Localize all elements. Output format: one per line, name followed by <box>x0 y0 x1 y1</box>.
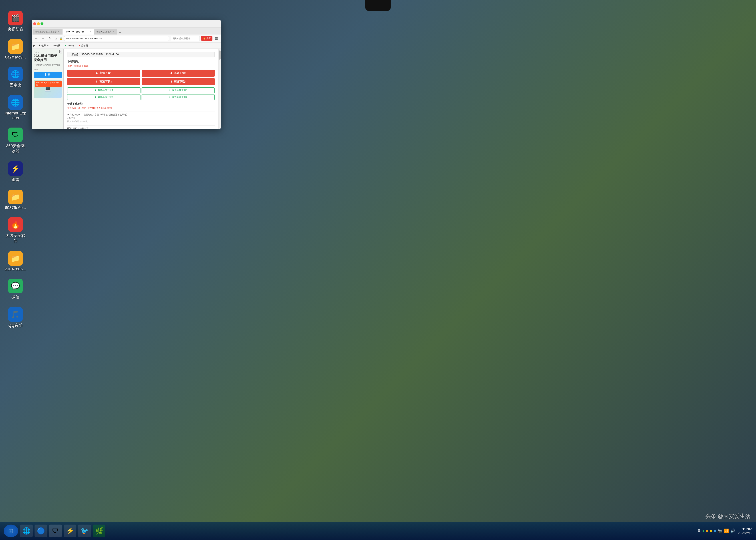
page-header: 【扫描】USB\VID_04B8&PID_1120&MI_00 <box>67 52 215 58</box>
desktop-icon-wechat[interactable]: 💬 微信 <box>4 279 27 300</box>
tray-monitor: 🖥 <box>697 529 701 533</box>
clock-date: 2022/2/13 <box>738 531 752 535</box>
driver-section: 驱动 就可以这样打印 <box>67 125 215 129</box>
fast-download-label: 优先下载高速下载器 <box>67 65 215 68</box>
small-dl-icon-3: ⬇ <box>94 96 96 99</box>
ad-tag: VPN <box>34 68 62 70</box>
desktop-icon-national[interactable]: 🌐 固定比 <box>4 67 27 88</box>
desktop-icon-fire[interactable]: 🔥 火绒安全软件 <box>4 217 27 244</box>
driver-desc: 就可以这样打印 <box>73 127 89 129</box>
page-content: 【扫描】USB\VID_04B8&PID_1120&MI_00 下载地址： 优先… <box>64 49 218 129</box>
small-dl-btn-4[interactable]: ⬇ 联通高速下载2 <box>142 94 215 100</box>
operator-link[interactable]: 普通高速下载 - WIN10/WIN10旁边 [可以-桂材] <box>67 107 215 110</box>
desktop-icon-qq[interactable]: 🎵 QQ音乐 <box>4 307 27 328</box>
desktop-icon-folder3[interactable]: 📁 21047805... <box>4 251 27 271</box>
desktop-icon-media[interactable]: 🎬 央视影音 <box>4 11 27 32</box>
media-icon: 🎬 <box>8 11 23 26</box>
desktop-icon-folder2[interactable]: 📁 60376e6e... <box>4 190 27 210</box>
folder2-icon: 📁 <box>8 190 23 204</box>
tray-cam: 📷 <box>718 529 722 533</box>
desktop-icon-folder1[interactable]: 📁 0a7ff4ac9... <box>4 39 27 60</box>
ie-icon: 🌐 <box>8 95 23 110</box>
desktop-icon-ie[interactable]: 🌐 Internet Explorer <box>4 95 27 120</box>
title-bar <box>32 20 221 28</box>
bookmark-favorites[interactable]: ★ 收藏 ▼ <box>37 44 51 48</box>
address-bar: ← → ↻ ⌂ 🔒 🔥 热度 ☰ <box>32 35 221 43</box>
download-icon-3: ⬇ <box>95 80 98 83</box>
tab-2-label: Epson L383 驱动下载 - 驱动天... <box>65 30 88 33</box>
tab-1-label: 爱咋生活论坛_百度搜索 <box>36 30 57 33</box>
tab-2-close[interactable]: ✕ <box>89 30 91 33</box>
tray-blue: ■ <box>714 529 716 533</box>
maximize-button[interactable] <box>41 22 44 25</box>
desktop-icon-xunlei[interactable]: ⚡ 迅雷 <box>4 161 27 183</box>
comment-sub: 回复发表评论 (4/100字) <box>67 120 215 123</box>
tab-3[interactable]: 驱动天空_下载库 ✕ <box>94 29 117 35</box>
minimize-button[interactable] <box>37 22 40 25</box>
comment-section: ★网友评论★【↑上面红色文字里下载地址↑还有普通下载即可】 1条评论 回复发表评… <box>67 112 215 123</box>
download-btn-1[interactable]: ⬇ 高速下载1 <box>67 69 140 77</box>
bookmark-other[interactable]: ● 温老西... <box>77 44 91 48</box>
tray-yellow: ■ <box>710 529 712 533</box>
wechat-icon-label: 微信 <box>11 294 19 300</box>
tab-1-close[interactable]: ✕ <box>58 30 60 33</box>
small-dl-btn-3[interactable]: ⬇ 电信高速下载2 <box>67 94 140 100</box>
folder2-icon-label: 60376e6e... <box>5 205 26 210</box>
search-input[interactable] <box>171 36 200 41</box>
desktop-icon-360[interactable]: 🛡 360安全浏览器 <box>4 128 27 154</box>
folder3-icon-label: 21047805... <box>5 267 26 271</box>
tray-green: ● <box>702 529 704 533</box>
scroll-thumb[interactable] <box>219 51 221 60</box>
taskbar-xunlei[interactable]: ⚡ <box>64 525 76 537</box>
small-dl-btn-1[interactable]: ⬇ 电信高速下载1 <box>67 87 140 93</box>
start-button[interactable]: ⊞ <box>4 525 18 537</box>
search-btn[interactable]: 🔥 热度 <box>201 36 213 41</box>
taskbar-app5[interactable]: 🐦 <box>78 525 91 537</box>
small-download-buttons: ⬇ 电信高速下载1 ⬇ 联通高速下载1 ⬇ 电信高速下载2 ⬇ 联通高速下载2 <box>67 87 215 100</box>
taskbar-app6[interactable]: 🌿 <box>93 525 105 537</box>
xunlei-icon-label: 迅雷 <box>11 177 19 183</box>
taskbar-360[interactable]: 🛡 <box>49 525 62 537</box>
address-input[interactable] <box>64 36 169 41</box>
download-icon-2: ⬇ <box>170 71 173 75</box>
download-btn-3[interactable]: ⬇ 高速下载3 <box>67 78 140 85</box>
bookmark-bing[interactable]: bing搜 <box>52 44 62 48</box>
desktop-icons-container: 🎬 央视影音 📁 0a7ff4ac9... 🌐 固定比 🌐 Internet E… <box>4 11 27 328</box>
ad-badge: JGBVPN 傻買 白领新品 大优惠 <box>35 81 62 87</box>
tab-3-close[interactable]: ✕ <box>113 30 115 33</box>
new-tab-button[interactable]: + <box>117 31 122 35</box>
download-btn-2[interactable]: ⬇ 高速下载2 <box>142 69 215 77</box>
tab-2[interactable]: Epson L383 驱动下载 - 驱动天... ✕ <box>62 29 94 35</box>
ad-panel: 广告 X ✕ 2021最好用梯子，安全好用 一键畅游全球网络 安全可靠 VPN … <box>32 49 64 129</box>
system-tray: 🖥 ● ■ ■ ■ 📷 📶 🔊 <box>697 529 735 533</box>
settings-button[interactable]: ☰ <box>214 36 219 41</box>
close-button[interactable] <box>33 22 36 25</box>
forward-button[interactable]: → <box>41 36 46 41</box>
download-btn-4[interactable]: ⬇ 高速下载4 <box>142 78 215 85</box>
small-dl-btn-2[interactable]: ⬇ 联通高速下载1 <box>142 87 215 93</box>
browser-content: 广告 X ✕ 2021最好用梯子，安全好用 一键畅游全球网络 安全可靠 VPN … <box>32 49 221 129</box>
big-download-buttons: ⬇ 高速下载1 ⬇ 高速下载2 ⬇ 高速下载3 ⬇ 高速下载4 <box>67 69 215 85</box>
tab-3-label: 驱动天空_下载库 <box>96 30 111 33</box>
ie-icon-label: Internet Explorer <box>5 111 26 120</box>
sidebar-toggle[interactable]: ▶ <box>33 44 36 47</box>
windows-icon: ⊞ <box>8 527 14 535</box>
folder1-icon-label: 0a7ff4ac9... <box>5 55 26 60</box>
ad-image: JGBVPN 傻買 白领新品 大优惠 💻 <box>34 80 62 98</box>
national-icon: 🌐 <box>8 67 23 81</box>
wechat-icon: 💬 <box>8 279 23 293</box>
clock-time: 19:03 <box>738 527 752 531</box>
ad-close-button[interactable]: ✕ <box>60 50 62 54</box>
tab-1[interactable]: 爱咋生活论坛_百度搜索 ✕ <box>33 29 62 35</box>
refresh-button[interactable]: ↻ <box>48 36 52 41</box>
home-button[interactable]: ⌂ <box>54 36 58 41</box>
ad-open-button[interactable]: 打开 <box>34 71 62 78</box>
comment-text: ★网友评论★【↑上面红色文字里下载地址↑还有普通下载即可】 1条评论 <box>67 113 215 119</box>
back-button[interactable]: ← <box>34 36 39 41</box>
taskbar-browser[interactable]: 🔵 <box>35 525 47 537</box>
small-dl-icon-4: ⬇ <box>169 96 171 99</box>
scrollbar[interactable] <box>218 49 221 129</box>
taskbar-ie[interactable]: 🌐 <box>20 525 33 537</box>
taskbar: ⊞ 🌐 🔵 🛡 ⚡ 🐦 🌿 🖥 ● ■ ■ ■ 📷 📶 🔊 19:03 2022… <box>0 522 756 540</box>
bookmark-greasy[interactable]: ● Greasy <box>63 44 76 47</box>
